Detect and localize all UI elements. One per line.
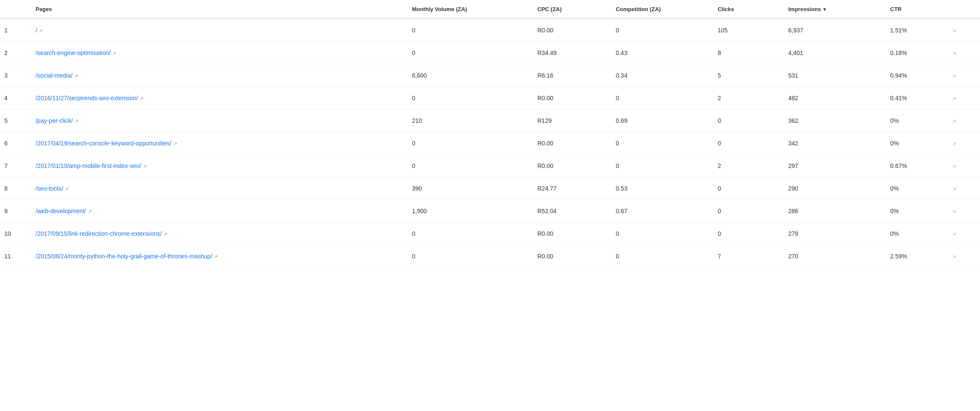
cell-num: 4	[0, 87, 31, 110]
cell-navigate[interactable]: »	[948, 155, 980, 177]
table-row: 8/seo-tools/↗390R24.770.5302900%»	[0, 177, 980, 200]
navigate-button[interactable]: »	[953, 185, 956, 192]
cell-cpc: R0.00	[533, 245, 612, 268]
table-row: 4/2016/11/27/serptrends-seo-extension/↗0…	[0, 87, 980, 110]
cell-page[interactable]: /2015/08/24/monty-python-the-holy-grail-…	[31, 245, 408, 268]
cell-cpc: R34.49	[533, 42, 612, 64]
cell-cpc: R0.00	[533, 132, 612, 155]
external-link-icon[interactable]: ↗	[75, 119, 80, 124]
table-header-row: Pages Monthly Volume (ZA) CPC (ZA) Compe…	[0, 0, 980, 19]
cell-ctr: 2.59%	[886, 245, 949, 268]
col-header-ctr: CTR	[886, 0, 949, 19]
cell-impressions: 297	[784, 155, 886, 177]
cell-num: 1	[0, 19, 31, 42]
cell-impressions: 4,401	[784, 42, 886, 64]
cell-ctr: 0.41%	[886, 87, 949, 110]
cell-navigate[interactable]: »	[948, 19, 980, 42]
cell-page[interactable]: /↗	[31, 19, 408, 42]
cell-impressions: 6,937	[784, 19, 886, 42]
cell-clicks: 0	[713, 200, 784, 223]
navigate-button[interactable]: »	[953, 117, 956, 124]
cell-clicks: 2	[713, 155, 784, 177]
cell-navigate[interactable]: »	[948, 64, 980, 87]
cell-num: 9	[0, 200, 31, 223]
external-link-icon[interactable]: ↗	[214, 254, 219, 259]
cell-monthly-volume: 390	[408, 177, 533, 200]
cell-monthly-volume: 1,900	[408, 200, 533, 223]
external-link-icon[interactable]: ↗	[65, 186, 70, 191]
external-link-icon[interactable]: ↗	[39, 28, 44, 33]
cell-impressions: 482	[784, 87, 886, 110]
external-link-icon[interactable]: ↗	[163, 232, 169, 237]
cell-page[interactable]: /search-engine-optimisation/↗	[31, 42, 408, 64]
cell-ctr: 0%	[886, 223, 949, 245]
cell-monthly-volume: 6,600	[408, 64, 533, 87]
external-link-icon[interactable]: ↗	[112, 51, 117, 56]
navigate-button[interactable]: »	[953, 253, 956, 260]
external-link-icon[interactable]: ↗	[88, 209, 93, 214]
cell-ctr: 0%	[886, 200, 949, 223]
cell-clicks: 0	[713, 223, 784, 245]
cell-clicks: 0	[713, 177, 784, 200]
cell-ctr: 0%	[886, 132, 949, 155]
cell-navigate[interactable]: »	[948, 132, 980, 155]
cell-page[interactable]: /2017/09/15/link-redirection-chrome-exte…	[31, 223, 408, 245]
cell-page[interactable]: /web-development/↗	[31, 200, 408, 223]
cell-competition: 0	[612, 132, 714, 155]
cell-monthly-volume: 210	[408, 110, 533, 132]
col-header-pages: Pages	[31, 0, 408, 19]
pages-table: Pages Monthly Volume (ZA) CPC (ZA) Compe…	[0, 0, 980, 268]
cell-monthly-volume: 0	[408, 87, 533, 110]
table-row: 6/2017/04/19/search-console-keyword-oppo…	[0, 132, 980, 155]
col-header-impressions[interactable]: Impressions ▼	[784, 0, 886, 19]
cell-ctr: 0.18%	[886, 42, 949, 64]
cell-cpc: R129	[533, 110, 612, 132]
cell-num: 3	[0, 64, 31, 87]
cell-competition: 0	[612, 155, 714, 177]
cell-navigate[interactable]: »	[948, 42, 980, 64]
cell-page[interactable]: /pay-per-click/↗	[31, 110, 408, 132]
cell-cpc: R0.00	[533, 87, 612, 110]
cell-navigate[interactable]: »	[948, 87, 980, 110]
table-row: 1/↗0R0.0001056,9371.51%»	[0, 19, 980, 42]
cell-navigate[interactable]: »	[948, 177, 980, 200]
table-row: 11/2015/08/24/monty-python-the-holy-grai…	[0, 245, 980, 268]
cell-impressions: 290	[784, 177, 886, 200]
cell-monthly-volume: 0	[408, 19, 533, 42]
cell-competition: 0.43	[612, 42, 714, 64]
cell-monthly-volume: 0	[408, 42, 533, 64]
external-link-icon[interactable]: ↗	[173, 141, 178, 146]
cell-competition: 0	[612, 87, 714, 110]
table-row: 7/2017/01/10/amp-mobile-first-index-seo/…	[0, 155, 980, 177]
navigate-button[interactable]: »	[953, 72, 956, 79]
navigate-button[interactable]: »	[953, 162, 956, 169]
cell-navigate[interactable]: »	[948, 200, 980, 223]
cell-page[interactable]: /social-media/↗	[31, 64, 408, 87]
col-header-monthly-volume[interactable]: Monthly Volume (ZA)	[408, 0, 533, 19]
cell-ctr: 1.51%	[886, 19, 949, 42]
cell-clicks: 8	[713, 42, 784, 64]
cell-competition: 0.53	[612, 177, 714, 200]
navigate-button[interactable]: »	[953, 95, 956, 101]
cell-impressions: 342	[784, 132, 886, 155]
cell-page[interactable]: /2017/04/19/search-console-keyword-oppor…	[31, 132, 408, 155]
external-link-icon[interactable]: ↗	[143, 164, 148, 169]
navigate-button[interactable]: »	[953, 140, 956, 147]
navigate-button[interactable]: »	[953, 230, 956, 237]
cell-monthly-volume: 0	[408, 245, 533, 268]
cell-navigate[interactable]: »	[948, 110, 980, 132]
cell-page[interactable]: /seo-tools/↗	[31, 177, 408, 200]
cell-page[interactable]: /2016/11/27/serptrends-seo-extension/↗	[31, 87, 408, 110]
cell-navigate[interactable]: »	[948, 245, 980, 268]
cell-ctr: 0.67%	[886, 155, 949, 177]
navigate-button[interactable]: »	[953, 27, 956, 34]
cell-cpc: R0.00	[533, 155, 612, 177]
cell-page[interactable]: /2017/01/10/amp-mobile-first-index-seo/↗	[31, 155, 408, 177]
cell-navigate[interactable]: »	[948, 223, 980, 245]
cell-ctr: 0%	[886, 110, 949, 132]
navigate-button[interactable]: »	[953, 49, 956, 56]
external-link-icon[interactable]: ↗	[140, 96, 145, 101]
cell-cpc: R52.04	[533, 200, 612, 223]
navigate-button[interactable]: »	[953, 208, 956, 214]
external-link-icon[interactable]: ↗	[74, 73, 79, 78]
